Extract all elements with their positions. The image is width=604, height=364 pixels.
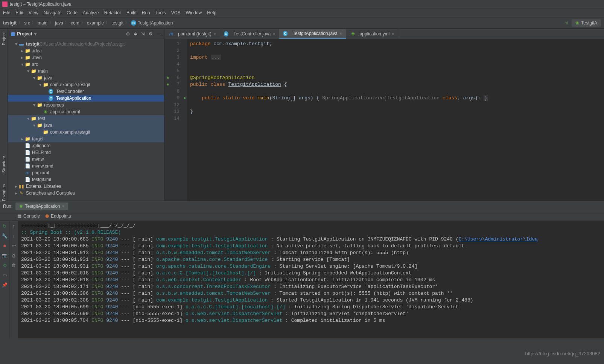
close-icon[interactable]: × <box>214 32 216 36</box>
tree-row[interactable]: CTestController <box>8 88 164 95</box>
editor-gutter[interactable]: 123456789121314 <box>164 39 187 201</box>
tree-row[interactable]: ▸📁target <box>8 136 164 142</box>
rerun-icon[interactable]: ↻ <box>2 223 8 229</box>
rail-project[interactable]: Project <box>2 32 6 45</box>
breadcrumb-item[interactable]: java <box>55 20 63 26</box>
tree-row[interactable]: 📄.gitignore <box>8 142 164 149</box>
breadcrumb-item[interactable]: example <box>87 20 104 26</box>
chevron-icon[interactable]: ▾ <box>32 75 37 81</box>
tree-row[interactable]: ▾📁main <box>8 68 164 75</box>
camera-icon[interactable]: 📷 <box>2 253 8 259</box>
menu-view[interactable]: View <box>29 10 38 15</box>
code-line[interactable] <box>190 88 601 95</box>
menu-tools[interactable]: Tools <box>155 10 166 15</box>
menu-refactor[interactable]: Refactor <box>104 10 121 15</box>
tree-row[interactable]: 📄mvnw <box>8 156 164 163</box>
line-number[interactable]: 3 <box>164 54 187 61</box>
chevron-icon[interactable]: ▸ <box>14 184 18 189</box>
code-line[interactable]: public static void main(String[] args) {… <box>190 95 601 102</box>
tree-row[interactable]: 📄HELP.md <box>8 149 164 156</box>
run-config-selector[interactable]: ❀ TestgitA <box>572 19 601 27</box>
line-number[interactable]: 8 <box>164 88 187 95</box>
menu-code[interactable]: Code <box>67 10 78 15</box>
expand-icon[interactable]: ⇲ <box>141 31 145 37</box>
breadcrumb-item[interactable]: testgit <box>3 20 17 26</box>
code-line[interactable]: package com.example.testgit; <box>190 41 601 47</box>
print-icon[interactable]: ⎙ <box>11 253 17 259</box>
code-line[interactable] <box>190 115 601 122</box>
tree-row[interactable]: ▸✎Scratches and Consoles <box>8 190 164 196</box>
tree-row[interactable]: 📄testgit.iml <box>8 176 164 183</box>
code-line[interactable]: public class TestgitApplication { <box>190 81 601 88</box>
tree-row[interactable]: ❀application.yml <box>8 108 164 115</box>
tree-row[interactable]: CTestgitApplication <box>8 95 164 102</box>
tree-row[interactable]: ▸▮▮External Libraries <box>8 183 164 190</box>
line-number[interactable]: 13 <box>164 108 187 115</box>
tree-row[interactable]: ▸📁.mvn <box>8 54 164 61</box>
rail-favorites[interactable]: Favorites <box>2 184 6 201</box>
rail-structure[interactable]: Structure <box>2 156 6 173</box>
locate-icon[interactable]: ⊕ <box>126 31 130 37</box>
tree-row[interactable]: 📁com.example.testgit <box>8 129 164 136</box>
chevron-icon[interactable]: ▸ <box>20 48 24 53</box>
tree-row[interactable]: ▾📁test <box>8 115 164 122</box>
code-line[interactable] <box>190 61 601 68</box>
tree-row[interactable]: 📄mvnw.cmd <box>8 163 164 169</box>
settings-icon[interactable]: ⚙ <box>149 31 153 37</box>
down-icon[interactable]: ↓ <box>11 233 17 239</box>
menu-vcs[interactable]: VCS <box>171 10 181 15</box>
code-line[interactable]: } <box>190 108 601 115</box>
wrench-icon[interactable]: 🔧 <box>2 233 8 239</box>
code-line[interactable] <box>190 68 601 75</box>
line-number[interactable]: 5 <box>164 68 187 75</box>
chevron-icon[interactable]: ▾ <box>14 41 18 47</box>
chevron-icon[interactable]: ▸ <box>20 55 24 60</box>
stop-icon[interactable]: ■ <box>2 243 8 249</box>
chevron-icon[interactable]: ▾ <box>32 123 37 128</box>
chevron-icon[interactable]: ▾ <box>26 116 30 121</box>
line-number[interactable]: 4 <box>164 61 187 68</box>
chevron-icon[interactable]: ▾ <box>38 82 43 87</box>
line-number[interactable]: 6 <box>164 75 187 81</box>
chevron-icon[interactable]: ▸ <box>14 190 18 196</box>
project-tree[interactable]: ▾▬testgit C:\Users\Administrator\IdeaPro… <box>8 39 164 201</box>
breadcrumb-item[interactable]: testgit <box>111 20 123 26</box>
code-line[interactable]: @SpringBootApplication <box>190 75 601 81</box>
breadcrumb-item[interactable]: TestgitApplication <box>138 20 173 26</box>
chevron-icon[interactable]: ▸ <box>20 136 24 142</box>
console-tab[interactable]: ▤ Console <box>17 213 40 219</box>
collapse-icon[interactable]: ≑ <box>134 31 137 37</box>
dropdown-icon[interactable]: ▾ <box>34 31 37 37</box>
menu-analyze[interactable]: Analyze <box>83 10 99 15</box>
line-number[interactable]: 9 <box>164 95 187 102</box>
build-icon[interactable]: ↯ <box>565 20 569 26</box>
run-tab[interactable]: ❀ TestgitApplication × <box>15 203 68 210</box>
chevron-icon[interactable]: ▾ <box>26 69 30 74</box>
line-number[interactable]: 2 <box>164 47 187 54</box>
up-icon[interactable]: ↑ <box>11 223 17 229</box>
editor-tab[interactable]: CTestController.java× <box>220 29 280 39</box>
breadcrumb-item[interactable]: main <box>38 20 47 26</box>
tree-row[interactable]: ▾📁resources <box>8 102 164 108</box>
hide-icon[interactable]: — <box>157 31 161 37</box>
pin-icon[interactable]: 📌 <box>2 282 8 288</box>
close-icon[interactable]: × <box>273 32 275 36</box>
line-number[interactable]: 12 <box>164 102 187 108</box>
close-icon[interactable]: × <box>340 32 342 36</box>
menu-window[interactable]: Window <box>186 10 202 15</box>
clear-icon[interactable]: 🗑 <box>11 262 17 268</box>
project-panel-title[interactable]: Project <box>17 31 32 37</box>
code-line[interactable]: import ... <box>190 54 601 61</box>
tree-row[interactable]: mpom.xml <box>8 169 164 176</box>
close-icon[interactable]: × <box>392 32 394 36</box>
restart-icon[interactable]: ⟲ <box>2 262 8 268</box>
menu-navigate[interactable]: Navigate <box>44 10 61 15</box>
tree-row[interactable]: ▾📁java <box>8 122 164 129</box>
tree-row[interactable]: ▾📁java <box>8 75 164 81</box>
menu-build[interactable]: Build <box>126 10 137 15</box>
tree-row[interactable]: ▸📁.idea <box>8 47 164 54</box>
tree-row[interactable]: ▾📁src <box>8 61 164 68</box>
editor-tab[interactable]: ❀application.yml× <box>346 29 398 39</box>
endpoints-tab[interactable]: ⬣ Endpoints <box>45 213 71 219</box>
editor-tab[interactable]: CTestgitApplication.java× <box>279 29 346 39</box>
